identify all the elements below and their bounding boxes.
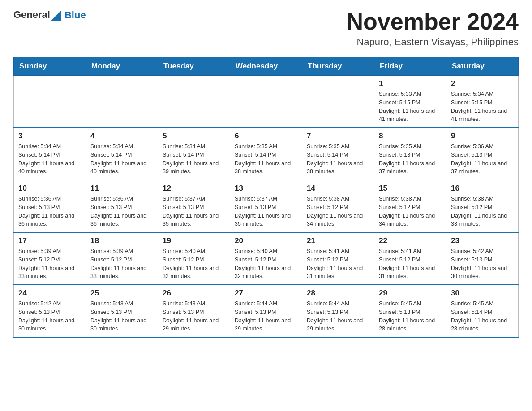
day-number: 7 <box>307 132 369 141</box>
day-info: Sunrise: 5:35 AMSunset: 5:14 PMDaylight:… <box>235 142 297 176</box>
calendar-cell <box>86 76 158 128</box>
day-number: 1 <box>379 79 442 88</box>
calendar-cell: 2Sunrise: 5:34 AMSunset: 5:15 PMDaylight… <box>446 76 519 128</box>
day-number: 22 <box>379 236 442 245</box>
day-number: 3 <box>18 132 81 141</box>
logo-blue-text: Blue <box>64 9 86 21</box>
day-info: Sunrise: 5:37 AMSunset: 5:13 PMDaylight:… <box>163 195 225 228</box>
day-info: Sunrise: 5:38 AMSunset: 5:12 PMDaylight:… <box>451 195 514 228</box>
day-number: 2 <box>451 79 514 88</box>
day-info: Sunrise: 5:38 AMSunset: 5:12 PMDaylight:… <box>379 195 442 228</box>
calendar-cell: 24Sunrise: 5:42 AMSunset: 5:13 PMDayligh… <box>14 285 86 337</box>
calendar-cell: 23Sunrise: 5:42 AMSunset: 5:13 PMDayligh… <box>446 232 519 285</box>
calendar-cell: 28Sunrise: 5:44 AMSunset: 5:13 PMDayligh… <box>302 285 374 337</box>
day-number: 18 <box>90 236 153 245</box>
day-number: 17 <box>18 236 81 245</box>
day-number: 13 <box>235 184 297 193</box>
calendar-cell: 17Sunrise: 5:39 AMSunset: 5:12 PMDayligh… <box>14 232 86 285</box>
day-number: 20 <box>235 236 297 245</box>
calendar-header-saturday: Saturday <box>446 57 519 76</box>
day-info: Sunrise: 5:44 AMSunset: 5:13 PMDaylight:… <box>307 300 369 333</box>
calendar-header-monday: Monday <box>86 57 158 76</box>
day-info: Sunrise: 5:44 AMSunset: 5:13 PMDaylight:… <box>235 300 297 333</box>
day-info: Sunrise: 5:37 AMSunset: 5:13 PMDaylight:… <box>235 195 297 228</box>
calendar-cell: 3Sunrise: 5:34 AMSunset: 5:14 PMDaylight… <box>14 128 86 180</box>
calendar-week-row: 10Sunrise: 5:36 AMSunset: 5:13 PMDayligh… <box>14 180 519 232</box>
calendar-cell: 22Sunrise: 5:41 AMSunset: 5:12 PMDayligh… <box>374 232 446 285</box>
calendar-cell: 14Sunrise: 5:38 AMSunset: 5:12 PMDayligh… <box>302 180 374 232</box>
title-block: November 2024 Napuro, Eastern Visayas, P… <box>347 9 519 48</box>
calendar-header-friday: Friday <box>374 57 446 76</box>
day-number: 11 <box>90 184 153 193</box>
day-number: 4 <box>90 132 153 141</box>
day-number: 10 <box>18 184 81 193</box>
day-number: 8 <box>379 132 442 141</box>
calendar-cell <box>230 76 302 128</box>
calendar-cell: 1Sunrise: 5:33 AMSunset: 5:15 PMDaylight… <box>374 76 446 128</box>
calendar-cell: 20Sunrise: 5:40 AMSunset: 5:12 PMDayligh… <box>230 232 302 285</box>
day-info: Sunrise: 5:40 AMSunset: 5:12 PMDaylight:… <box>235 247 297 281</box>
day-number: 16 <box>451 184 514 193</box>
calendar-header-row: SundayMondayTuesdayWednesdayThursdayFrid… <box>14 57 519 76</box>
calendar-cell: 29Sunrise: 5:45 AMSunset: 5:13 PMDayligh… <box>374 285 446 337</box>
day-number: 14 <box>307 184 369 193</box>
calendar-cell: 19Sunrise: 5:40 AMSunset: 5:12 PMDayligh… <box>158 232 230 285</box>
calendar-cell <box>158 76 230 128</box>
calendar-header-thursday: Thursday <box>302 57 374 76</box>
day-info: Sunrise: 5:34 AMSunset: 5:15 PMDaylight:… <box>451 90 514 124</box>
day-info: Sunrise: 5:35 AMSunset: 5:14 PMDaylight:… <box>307 142 369 176</box>
day-info: Sunrise: 5:33 AMSunset: 5:15 PMDaylight:… <box>379 90 442 124</box>
calendar-cell: 25Sunrise: 5:43 AMSunset: 5:13 PMDayligh… <box>86 285 158 337</box>
calendar-header-tuesday: Tuesday <box>158 57 230 76</box>
day-info: Sunrise: 5:42 AMSunset: 5:13 PMDaylight:… <box>18 300 81 333</box>
day-number: 30 <box>451 289 514 298</box>
calendar-header-wednesday: Wednesday <box>230 57 302 76</box>
day-number: 26 <box>163 289 225 298</box>
calendar-cell: 8Sunrise: 5:35 AMSunset: 5:13 PMDaylight… <box>374 128 446 180</box>
day-number: 19 <box>163 236 225 245</box>
location-subtitle: Napuro, Eastern Visayas, Philippines <box>347 36 519 48</box>
day-info: Sunrise: 5:45 AMSunset: 5:13 PMDaylight:… <box>379 300 442 333</box>
calendar-cell: 27Sunrise: 5:44 AMSunset: 5:13 PMDayligh… <box>230 285 302 337</box>
day-info: Sunrise: 5:43 AMSunset: 5:13 PMDaylight:… <box>90 300 153 333</box>
day-info: Sunrise: 5:36 AMSunset: 5:13 PMDaylight:… <box>18 195 81 228</box>
day-info: Sunrise: 5:39 AMSunset: 5:12 PMDaylight:… <box>18 247 81 281</box>
day-number: 15 <box>379 184 442 193</box>
day-number: 24 <box>18 289 81 298</box>
calendar-cell: 9Sunrise: 5:36 AMSunset: 5:13 PMDaylight… <box>446 128 519 180</box>
day-number: 27 <box>235 289 297 298</box>
calendar-cell: 15Sunrise: 5:38 AMSunset: 5:12 PMDayligh… <box>374 180 446 232</box>
day-info: Sunrise: 5:34 AMSunset: 5:14 PMDaylight:… <box>163 142 225 176</box>
day-number: 25 <box>90 289 153 298</box>
calendar-table: SundayMondayTuesdayWednesdayThursdayFrid… <box>13 57 519 338</box>
calendar-header-sunday: Sunday <box>14 57 86 76</box>
calendar-cell: 12Sunrise: 5:37 AMSunset: 5:13 PMDayligh… <box>158 180 230 232</box>
day-info: Sunrise: 5:42 AMSunset: 5:13 PMDaylight:… <box>451 247 514 281</box>
day-info: Sunrise: 5:41 AMSunset: 5:12 PMDaylight:… <box>307 247 369 281</box>
calendar-week-row: 24Sunrise: 5:42 AMSunset: 5:13 PMDayligh… <box>14 285 519 337</box>
day-number: 6 <box>235 132 297 141</box>
logo-general-text: General <box>13 9 61 21</box>
calendar-cell: 10Sunrise: 5:36 AMSunset: 5:13 PMDayligh… <box>14 180 86 232</box>
day-info: Sunrise: 5:34 AMSunset: 5:14 PMDaylight:… <box>18 142 81 176</box>
calendar-week-row: 17Sunrise: 5:39 AMSunset: 5:12 PMDayligh… <box>14 232 519 285</box>
logo-triangle-icon <box>51 11 61 21</box>
calendar-week-row: 1Sunrise: 5:33 AMSunset: 5:15 PMDaylight… <box>14 76 519 128</box>
logo: General Blue <box>13 9 86 21</box>
calendar-cell <box>302 76 374 128</box>
day-info: Sunrise: 5:36 AMSunset: 5:13 PMDaylight:… <box>90 195 153 228</box>
day-info: Sunrise: 5:41 AMSunset: 5:12 PMDaylight:… <box>379 247 442 281</box>
calendar-cell: 5Sunrise: 5:34 AMSunset: 5:14 PMDaylight… <box>158 128 230 180</box>
calendar-cell: 13Sunrise: 5:37 AMSunset: 5:13 PMDayligh… <box>230 180 302 232</box>
svg-marker-0 <box>51 11 61 21</box>
calendar-cell: 11Sunrise: 5:36 AMSunset: 5:13 PMDayligh… <box>86 180 158 232</box>
day-info: Sunrise: 5:40 AMSunset: 5:12 PMDaylight:… <box>163 247 225 281</box>
day-info: Sunrise: 5:34 AMSunset: 5:14 PMDaylight:… <box>90 142 153 176</box>
day-number: 9 <box>451 132 514 141</box>
day-number: 29 <box>379 289 442 298</box>
calendar-cell: 6Sunrise: 5:35 AMSunset: 5:14 PMDaylight… <box>230 128 302 180</box>
calendar-cell: 30Sunrise: 5:45 AMSunset: 5:14 PMDayligh… <box>446 285 519 337</box>
day-number: 28 <box>307 289 369 298</box>
day-info: Sunrise: 5:43 AMSunset: 5:13 PMDaylight:… <box>163 300 225 333</box>
page-header: General Blue November 2024 Napuro, Easte… <box>13 9 519 48</box>
